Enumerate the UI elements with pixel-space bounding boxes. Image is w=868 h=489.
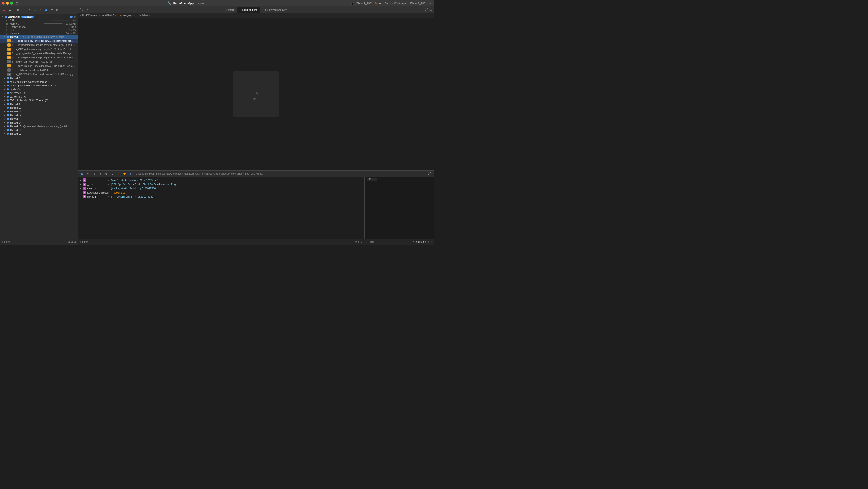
add-filter-icon[interactable]: + — [358, 240, 359, 243]
stack-frame-3[interactable]: ● 3 _logos_method$_ungrouped$WARegistrat… — [0, 51, 78, 55]
thread-1-expand[interactable]: ▼ — [4, 36, 6, 38]
thread-10-expand[interactable]: ▶ — [4, 107, 6, 109]
var-session-expand[interactable]: ▶ — [80, 187, 82, 190]
close-button[interactable] — [2, 2, 5, 5]
expand-vars-btn[interactable]: ⛶ — [427, 171, 432, 176]
trash-icon[interactable]: 🗑 — [354, 240, 357, 243]
thread-15-row[interactable]: ▶ Thread 15 Queue: net.whatsapp.watchdog… — [0, 125, 78, 128]
stack-frame-1[interactable]: ● 1 -[WARegistrationManager performSameD… — [0, 43, 78, 47]
step-inst-btn[interactable]: ↻ — [110, 171, 115, 176]
pause-button[interactable]: ▶ — [7, 8, 12, 12]
search-icon[interactable]: ⌕ — [33, 8, 37, 12]
grid-icon[interactable]: ⊟ — [27, 8, 32, 12]
tab-hookwhatsapp[interactable]: ⬥ HookWhatsApp.xm — [260, 7, 290, 12]
thread-call-row[interactable]: ▶ call ev thrd (7) — [0, 95, 78, 98]
thread-16-expand[interactable]: ▶ — [4, 129, 6, 131]
step-over-btn[interactable]: ↷ — [86, 171, 91, 176]
thread-1-row[interactable]: ▼ Thread 1 Queue: com.apple.main-thread … — [0, 35, 78, 39]
nav-next-icon[interactable]: › — [431, 14, 432, 17]
thread-media-row[interactable]: ▶ media (5) — [0, 87, 78, 91]
fullscreen-button[interactable] — [10, 2, 13, 5]
breakpoint-icon[interactable]: ⬟ — [44, 8, 49, 12]
thread-ev-expand[interactable]: ▶ — [4, 92, 6, 94]
thread-9-expand[interactable]: ▶ — [4, 103, 6, 105]
info-icon-dbg[interactable]: ℹ — [128, 171, 133, 176]
minimize-button[interactable] — [6, 2, 9, 5]
breadcrumb-2[interactable]: HookWhatsApp — [101, 14, 117, 17]
sidebar-toggle-icon[interactable]: ⊡ — [16, 1, 19, 5]
folder-icon[interactable]: ⊞ — [16, 8, 21, 12]
process-row[interactable]: ▼ WhatsApp PID 31995 i ⚙ — [0, 15, 78, 19]
console-trash-icon[interactable]: 🗑 — [427, 240, 430, 243]
thread-11-row[interactable]: ▶ Thread 11 — [0, 109, 78, 113]
breadcrumb-1[interactable]: HookWhatsApp — [82, 14, 98, 17]
thread-coremotion-row[interactable]: ▶ com.apple.CoreMotion.MotionThread (4) — [0, 84, 78, 87]
step-out-btn[interactable]: ↑ — [98, 171, 103, 176]
nav-back-icon[interactable]: ‹ — [84, 8, 85, 11]
thread-14-expand[interactable]: ▶ — [4, 122, 6, 124]
var-doneblk-row[interactable]: ▶ A doneBlk = (__NSMallocBlock__ *) 0x28… — [78, 195, 365, 199]
thread-17-row[interactable]: ▶ Thread 17 — [0, 132, 78, 136]
warning-filter-icon[interactable]: ⚠ — [38, 8, 43, 12]
output-selector[interactable]: All Output — [413, 240, 424, 243]
thread-9-row[interactable]: ▶ Thread 9 — [0, 102, 78, 106]
thread-uikit-expand[interactable]: ▶ — [4, 80, 6, 83]
stack-frame-5[interactable]: ● 5 crypto_sign_ed25519_ref10_fe_sq — [0, 60, 78, 64]
breakpoint-icon-dbg[interactable]: ⬟ — [122, 171, 127, 176]
thread-11-expand[interactable]: ▶ — [4, 110, 6, 112]
stack-frame-6[interactable]: ● 6 _logos_method$_ungrouped$WAHTTPFetch… — [0, 64, 78, 68]
tab-hook-reg[interactable]: ⬥ hook_reg.xm — [237, 7, 260, 12]
thread-16-row[interactable]: ▶ Thread 16 — [0, 128, 78, 132]
thread-10-row[interactable]: ▶ Thread 10 — [0, 106, 78, 109]
thread-15-expand[interactable]: ▶ — [4, 125, 6, 127]
thread-call-expand[interactable]: ▶ — [4, 96, 6, 98]
var-self-expand[interactable]: ▶ — [80, 179, 82, 181]
filter-btn-3[interactable]: ⊡ — [74, 240, 76, 243]
thread-14-row[interactable]: ▶ Thread 14 — [0, 121, 78, 125]
continue-btn[interactable]: ▶ — [80, 171, 85, 176]
stop-button[interactable]: ■ — [2, 8, 6, 12]
thread-media-expand[interactable]: ▶ — [4, 88, 6, 90]
thread-12-row[interactable]: ▶ Thread 12 — [0, 113, 78, 117]
var-isupdate-row[interactable]: ▶ A isUpdateRegToken = (bool) true — [78, 191, 365, 195]
nav-prev-icon[interactable]: ‹ — [430, 14, 430, 17]
filter-btn-1[interactable]: ⊞ — [68, 240, 70, 243]
thread-audio-expand[interactable]: ▶ — [4, 99, 6, 101]
split-icon[interactable]: ⊡ — [430, 8, 432, 11]
more-filter-icon[interactable]: ⊡ — [360, 240, 362, 243]
breadcrumb-3[interactable]: hook_reg.xm — [122, 14, 135, 17]
thread-uikit-row[interactable]: ▶ com.apple.uikit.eventfetch-thread (3) — [0, 80, 78, 84]
var-cmd-row[interactable]: ▶ A _cmd = (SEL) *performSameDeviceCheck… — [78, 182, 365, 186]
thread-12-expand[interactable]: ▶ — [4, 114, 6, 116]
var-doneblk-expand[interactable]: ▶ — [80, 196, 82, 198]
list-icon[interactable]: ☰ — [22, 8, 26, 12]
step-in-btn[interactable]: ↓ — [92, 171, 97, 176]
stack-frame-23[interactable]: ● 23 -[_TtC21WAChatContextMenuMain7Conte… — [0, 72, 78, 76]
settings-icon[interactable]: ⚙ — [73, 15, 76, 18]
thread-2-row[interactable]: ▶ Thread 2 — [0, 76, 78, 80]
var-self-row[interactable]: ▶ A self = (WARegistrationManager *) 0x2… — [78, 178, 365, 182]
expand-right-icon[interactable]: ⛶ — [425, 8, 428, 11]
filter-btn-2[interactable]: ⊟ — [71, 240, 73, 243]
filter-input[interactable] — [4, 240, 67, 243]
thread-2-expand[interactable]: ▶ — [4, 77, 6, 79]
stack-frame-0[interactable]: ● 0 _logos_method$_ungrouped$WARegistrat… — [0, 39, 78, 43]
nav-forward-icon[interactable]: › — [87, 8, 88, 11]
stack-frame-2[interactable]: ● 2 -[WARegistrationManager handlePreCha… — [0, 47, 78, 51]
thread-17-expand[interactable]: ▶ — [4, 133, 6, 135]
console-add-icon[interactable]: + — [431, 240, 432, 243]
thread-audio-row[interactable]: ▶ AVAudioSession Notify Thread (8) — [0, 98, 78, 102]
var-cmd-expand[interactable]: ▶ — [80, 183, 82, 186]
tab-control[interactable]: control — [223, 7, 237, 12]
step-inst-over-btn[interactable]: ⤷ — [116, 171, 121, 176]
var-session-row[interactable]: ▶ A session = (WARegistrationSession *) … — [78, 186, 365, 191]
bookmark-icon[interactable]: ⊡ — [55, 8, 60, 12]
thread-ev-row[interactable]: ▶ ev_thread (6) — [0, 91, 78, 95]
fit-width-icon[interactable]: ⛶ — [80, 8, 83, 11]
thread-coremotion-expand[interactable]: ▶ — [4, 84, 6, 87]
add-button[interactable]: + — [428, 1, 432, 5]
step-back-btn[interactable]: ↺ — [104, 171, 109, 176]
expand-icon[interactable]: ⛶ — [61, 8, 65, 12]
thread-13-expand[interactable]: ▶ — [4, 118, 6, 120]
stack-frame-4[interactable]: ● 4 -[WARegistrationManager requestPreCh… — [0, 55, 78, 60]
